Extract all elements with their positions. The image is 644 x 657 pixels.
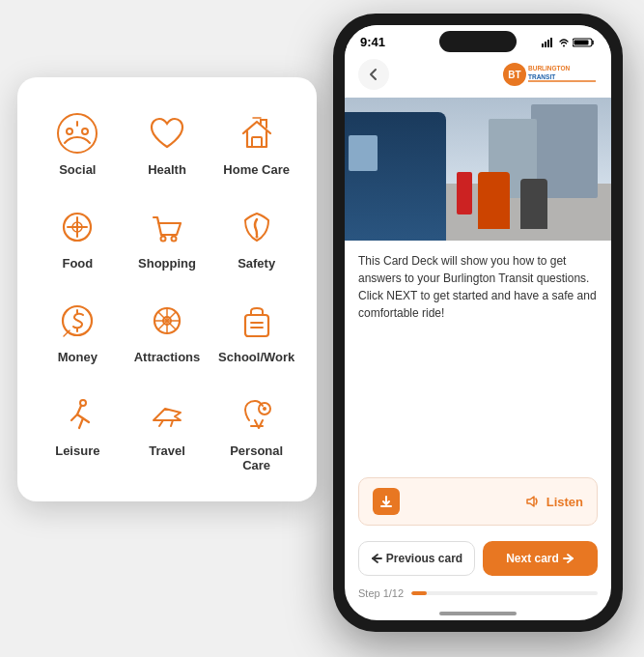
health-icon — [144, 110, 190, 157]
svg-text:BT: BT — [508, 70, 520, 80]
hero-image — [345, 98, 611, 241]
logo-area: BT BURLINGTON TRANSIT — [501, 61, 598, 88]
phone-device: 9:41 — [333, 14, 623, 632]
attractions-label: Attractions — [134, 350, 201, 364]
personal-care-icon — [234, 391, 280, 438]
food-label: Food — [62, 256, 93, 271]
prev-arrow-icon — [371, 554, 382, 563]
svg-point-1 — [67, 129, 72, 134]
category-leisure[interactable]: Leisure — [33, 382, 123, 482]
scene-bus — [345, 112, 446, 241]
phone-time: 9:41 — [360, 35, 385, 49]
svg-text:BURLINGTON: BURLINGTON — [528, 65, 571, 71]
back-arrow-icon — [367, 68, 380, 81]
attractions-icon — [144, 298, 190, 344]
scene-bus-window — [349, 135, 377, 171]
svg-point-32 — [563, 44, 565, 46]
shopping-label: Shopping — [138, 256, 196, 271]
prev-card-label: Previous card — [386, 552, 462, 565]
school-work-label: School/Work — [218, 350, 294, 364]
category-school-work[interactable]: School/Work — [211, 288, 301, 374]
scene — [345, 98, 611, 241]
status-icons — [542, 38, 596, 47]
step-progress: Step 1/12 — [345, 584, 611, 607]
burlington-transit-logo: BT BURLINGTON TRANSIT — [501, 61, 598, 88]
home-care-label: Home Care — [223, 162, 290, 177]
next-arrow-icon — [563, 554, 574, 563]
safety-label: Safety — [238, 256, 275, 271]
scene-stop-sign — [457, 172, 473, 214]
category-shopping[interactable]: Shopping — [123, 194, 212, 280]
next-card-button[interactable]: Next card — [483, 541, 598, 576]
prev-card-button[interactable]: Previous card — [358, 541, 475, 576]
notch — [439, 31, 517, 52]
download-icon — [379, 495, 393, 508]
svg-rect-28 — [542, 43, 544, 47]
category-money[interactable]: Money — [33, 288, 123, 374]
svg-point-10 — [255, 236, 258, 239]
scene-person1 — [478, 172, 510, 229]
personal-care-label: Personal Care — [215, 443, 297, 472]
progress-fill — [411, 591, 426, 595]
category-personal-care[interactable]: Personal Care — [211, 382, 301, 482]
phone-screen: 9:41 — [345, 25, 611, 620]
phone-shell: 9:41 — [333, 14, 623, 632]
step-label: Step 1/12 — [358, 587, 404, 599]
social-label: Social — [59, 162, 96, 177]
safety-icon — [234, 204, 280, 250]
app-header: BT BURLINGTON TRANSIT — [345, 53, 611, 98]
health-label: Health — [148, 162, 186, 177]
progress-bar — [411, 591, 598, 595]
back-button[interactable] — [358, 59, 389, 90]
listen-button[interactable]: Listen — [525, 495, 583, 509]
money-icon — [54, 298, 100, 344]
money-label: Money — [58, 350, 98, 364]
svg-point-9 — [171, 237, 176, 242]
category-social[interactable]: Social — [33, 100, 123, 186]
svg-rect-29 — [545, 42, 546, 47]
school-work-icon — [234, 298, 280, 344]
social-icon — [54, 110, 100, 157]
next-card-label: Next card — [506, 552, 559, 565]
svg-text:TRANSIT: TRANSIT — [528, 73, 555, 80]
scene-person2 — [520, 179, 547, 229]
category-attractions[interactable]: Attractions — [123, 288, 212, 374]
listen-bar: Listen — [358, 477, 598, 526]
shopping-icon — [144, 204, 190, 250]
category-travel[interactable]: Travel — [123, 382, 212, 482]
nav-buttons: Previous card Next card — [345, 533, 611, 584]
card-content: This Card Deck will show you how to get … — [345, 241, 611, 470]
battery-icon — [573, 38, 596, 47]
svg-point-0 — [58, 114, 97, 153]
svg-rect-34 — [574, 40, 589, 44]
home-care-icon — [234, 110, 280, 157]
category-grid: Social Health Home Care — [33, 100, 301, 482]
home-indicator — [345, 607, 611, 620]
food-icon — [54, 204, 100, 250]
svg-point-2 — [82, 129, 88, 134]
svg-point-27 — [263, 407, 266, 411]
category-food[interactable]: Food — [33, 194, 123, 280]
download-button[interactable] — [373, 488, 400, 515]
travel-label: Travel — [149, 443, 185, 458]
card-description: This Card Deck will show you how to get … — [358, 252, 598, 322]
listen-label: Listen — [546, 495, 583, 509]
leisure-icon — [54, 391, 100, 438]
category-card: Social Health Home Care — [17, 77, 317, 501]
svg-rect-31 — [550, 38, 552, 47]
wifi-icon — [559, 38, 569, 47]
category-health[interactable]: Health — [123, 100, 212, 186]
svg-point-8 — [160, 237, 165, 242]
home-bar — [439, 612, 517, 615]
speaker-icon — [525, 495, 541, 508]
svg-rect-4 — [252, 137, 262, 147]
svg-rect-20 — [245, 315, 268, 336]
leisure-label: Leisure — [55, 443, 99, 458]
category-home-care[interactable]: Home Care — [211, 100, 301, 186]
category-safety[interactable]: Safety — [211, 194, 301, 280]
travel-icon — [144, 391, 190, 438]
svg-rect-30 — [547, 40, 549, 47]
signal-icon — [542, 38, 555, 47]
